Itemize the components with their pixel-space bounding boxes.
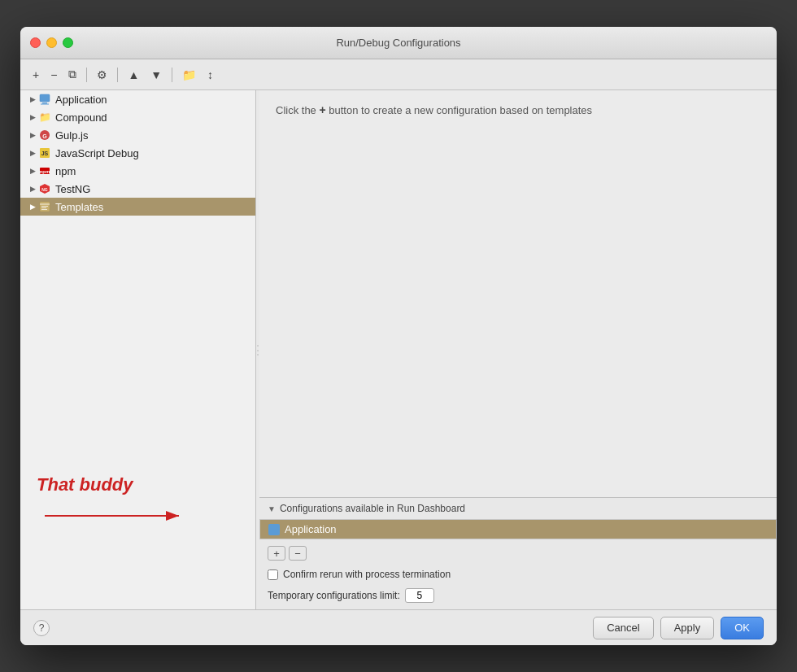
svg-text:NG: NG	[41, 187, 48, 192]
run-dashboard-item-label: Application	[285, 523, 337, 535]
app-icon	[38, 93, 51, 106]
arrow-application: ▶	[27, 94, 38, 105]
sidebar-item-compound[interactable]: ▶ 📁 Compound	[20, 108, 255, 126]
sidebar-lower-area: That buddy	[20, 216, 255, 609]
sidebar-item-npm[interactable]: ▶ npm npm	[20, 162, 255, 180]
run-dashboard-header: ▼ Configurations available in Run Dashbo…	[259, 498, 777, 519]
run-dashboard-controls: + −	[259, 543, 777, 564]
temp-config-limit-label: Temporary configurations limit:	[268, 590, 400, 601]
confirm-rerun-label: Confirm rerun with process termination	[283, 569, 451, 580]
title-bar: Run/Debug Configurations	[20, 27, 777, 59]
settings-button[interactable]: ⚙	[93, 66, 111, 84]
annotation-text: That buddy	[37, 474, 133, 495]
cancel-button[interactable]: Cancel	[593, 617, 653, 639]
toolbar: + − ⧉ ⚙ ▲ ▼ 📁 ↕	[20, 59, 777, 90]
sidebar-item-gulpjs[interactable]: ▶ G Gulp.js	[20, 126, 255, 144]
help-button[interactable]: ?	[33, 620, 50, 636]
sidebar-label-testng: TestNG	[55, 183, 90, 195]
sort-button[interactable]: ↕	[203, 66, 217, 84]
main-panel: Click the + button to create a new confi…	[259, 90, 777, 609]
hint-prefix: Click the	[276, 104, 316, 116]
run-dashboard-label: Configurations available in Run Dashboar…	[280, 503, 465, 514]
sidebar-item-application[interactable]: ▶ Application	[20, 90, 255, 108]
confirm-rerun-checkbox[interactable]	[268, 569, 278, 580]
bottom-right: Cancel Apply OK	[593, 617, 764, 639]
template-icon	[38, 200, 51, 213]
sidebar: ▶ Application ▶ 📁 Compound	[20, 90, 256, 609]
run-dashboard-section: ▼ Configurations available in Run Dashbo…	[259, 497, 777, 609]
collapse-arrow-icon[interactable]: ▼	[268, 504, 276, 513]
folder-button[interactable]: 📁	[178, 66, 200, 84]
resize-handle[interactable]	[256, 90, 259, 609]
folder-icon: 📁	[38, 111, 51, 124]
add-configuration-button[interactable]: +	[28, 66, 43, 84]
ng-icon: NG	[38, 182, 51, 195]
confirm-rerun-row: Confirm rerun with process termination	[259, 564, 777, 585]
sidebar-label-npm: npm	[55, 165, 76, 177]
svg-rect-2	[41, 104, 49, 105]
svg-rect-1	[42, 103, 47, 104]
arrow-templates: ▶	[27, 201, 38, 212]
svg-text:G: G	[42, 133, 47, 139]
arrow-testng: ▶	[27, 183, 38, 194]
toolbar-separator-2	[117, 68, 118, 82]
run-dashboard-list: Application	[259, 519, 777, 539]
copy-configuration-button[interactable]: ⧉	[64, 65, 81, 84]
apply-button[interactable]: Apply	[660, 617, 715, 639]
move-up-button[interactable]: ▲	[124, 66, 143, 84]
content-area: ▶ Application ▶ 📁 Compound	[20, 90, 777, 609]
svg-text:npm: npm	[40, 169, 50, 174]
run-dashboard-item-application[interactable]: Application	[260, 520, 776, 539]
svg-rect-15	[41, 209, 47, 210]
ok-button[interactable]: OK	[721, 617, 764, 639]
sidebar-item-javascript-debug[interactable]: ▶ JS JavaScript Debug	[20, 144, 255, 162]
temp-config-limit-input[interactable]	[405, 588, 434, 603]
sidebar-label-templates: Templates	[55, 201, 103, 213]
toolbar-separator-3	[172, 68, 172, 82]
svg-rect-14	[41, 207, 46, 208]
window-title: Run/Debug Configurations	[336, 37, 460, 49]
arrow-gulpjs: ▶	[27, 129, 38, 141]
run-dashboard-add-button[interactable]: +	[268, 546, 285, 561]
arrow-compound: ▶	[27, 111, 38, 123]
run-debug-configurations-window: Run/Debug Configurations + − ⧉ ⚙ ▲ ▼ 📁 ↕…	[20, 27, 777, 645]
bottom-left: ?	[33, 620, 50, 636]
annotation-container: That buddy	[37, 474, 199, 528]
sidebar-label-javascript-debug: JavaScript Debug	[55, 147, 139, 159]
sidebar-label-application: Application	[55, 94, 107, 106]
bottom-bar: ? Cancel Apply OK	[20, 609, 777, 645]
npm-icon: npm	[38, 164, 51, 177]
hint-suffix: button to create a new configuration bas…	[329, 104, 592, 116]
gulp-icon: G	[38, 129, 51, 142]
window-body: + − ⧉ ⚙ ▲ ▼ 📁 ↕ ▶	[20, 59, 777, 645]
sidebar-label-gulpjs: Gulp.js	[55, 129, 88, 142]
temp-config-limit-row: Temporary configurations limit:	[259, 585, 777, 609]
arrow-npm: ▶	[27, 165, 38, 177]
run-dashboard-app-icon	[268, 524, 280, 535]
run-dashboard-remove-button[interactable]: −	[289, 546, 307, 561]
svg-rect-13	[41, 206, 48, 207]
close-button[interactable]	[30, 37, 41, 48]
sidebar-item-testng[interactable]: ▶ NG TestNG	[20, 180, 255, 198]
arrow-javascript-debug: ▶	[27, 147, 38, 159]
hint-plus-icon: +	[319, 103, 325, 116]
remove-configuration-button[interactable]: −	[46, 66, 61, 84]
hint-message: Click the + button to create a new confi…	[276, 103, 760, 116]
move-down-button[interactable]: ▼	[146, 66, 166, 84]
sidebar-item-templates[interactable]: ▶ Templates	[20, 198, 255, 216]
annotation-arrow	[37, 495, 199, 528]
svg-rect-0	[40, 94, 50, 102]
main-content-area: Click the + button to create a new confi…	[259, 90, 777, 497]
maximize-button[interactable]	[63, 37, 73, 48]
traffic-lights	[30, 37, 73, 48]
minimize-button[interactable]	[46, 37, 57, 48]
svg-text:JS: JS	[41, 151, 49, 156]
toolbar-separator-1	[86, 68, 87, 82]
js-icon: JS	[38, 146, 51, 159]
sidebar-label-compound: Compound	[55, 111, 107, 124]
